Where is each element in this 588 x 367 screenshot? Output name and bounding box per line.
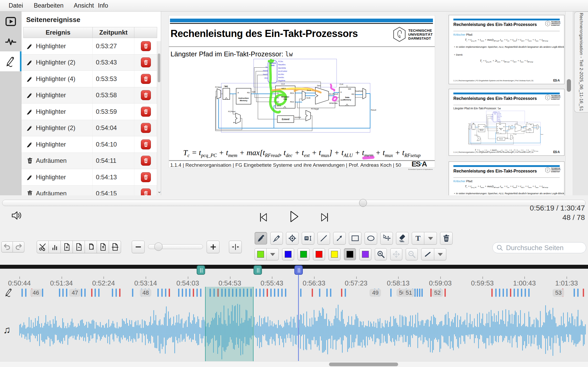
page-badge[interactable]: 48 [140, 289, 151, 297]
delete-event-button[interactable] [141, 156, 151, 166]
thumbnail-slide-52[interactable]: Rechenleistung des Ein-Takt-Prozessors T… [449, 161, 564, 195]
pointer-tool-button[interactable] [286, 232, 299, 245]
timeline-scrollbar-thumb[interactable] [329, 363, 398, 366]
event-row[interactable]: Highlighter (2)0:53:43 [21, 55, 157, 71]
color-swatch-button[interactable] [282, 248, 294, 260]
delete-event-button[interactable] [141, 41, 151, 51]
menu-bearbeiten[interactable]: Bearbeiten [34, 2, 64, 9]
slide[interactable]: Rechenleistung des Ein-Takt-Prozessors T… [169, 15, 435, 168]
menu-datei[interactable]: Datei [9, 2, 23, 9]
cut-button[interactable] [37, 241, 49, 253]
highlighter-tool-button[interactable] [270, 232, 283, 245]
event-row[interactable]: Highlighter0:53:58 [21, 87, 157, 104]
thumbnail-slide-50-current[interactable]: Rechenleistung des Ein-Takt-Prozessors T… [449, 89, 564, 156]
color-swatch-button[interactable] [313, 248, 325, 260]
seek-bar[interactable] [2, 200, 586, 206]
zoom-slider[interactable] [148, 244, 203, 249]
pen-tool-button[interactable] [255, 232, 267, 245]
text-tool-dropdown[interactable] [424, 232, 437, 245]
ellipse-tool-button[interactable] [365, 232, 377, 245]
zoom-out-button[interactable] [132, 241, 145, 253]
event-row[interactable]: Highlighter0:53:59 [21, 104, 157, 120]
scroll-down-icon[interactable]: ⌄ [157, 188, 161, 194]
undo-button[interactable] [1, 241, 13, 252]
delete-event-button[interactable] [141, 172, 151, 182]
events-scrollbar-thumb[interactable] [158, 53, 160, 82]
timeline-panel[interactable]: 0:50:440:51:340:52:240:53:140:54:030:54:… [0, 269, 588, 367]
delete-event-button[interactable] [141, 188, 151, 195]
delete-event-button[interactable] [141, 139, 151, 149]
volume-icon[interactable] [10, 209, 23, 222]
delete-event-button[interactable] [141, 107, 151, 117]
line-width-button[interactable] [421, 248, 434, 260]
remove-page-button[interactable] [73, 241, 85, 253]
canvas-zoom-out-button[interactable] [406, 248, 418, 260]
line-width-dropdown[interactable] [434, 248, 446, 260]
color-swatch-button[interactable] [344, 248, 356, 260]
page-badge[interactable]: 51 [403, 289, 415, 297]
seek-handle[interactable] [359, 199, 367, 207]
thumbnails-scrollbar[interactable] [565, 12, 573, 195]
search-input[interactable] [506, 244, 582, 252]
page-badge[interactable]: 53 [553, 289, 564, 297]
page-badge[interactable]: 47 [69, 289, 81, 297]
play-button[interactable] [289, 210, 300, 223]
select-move-tool-button[interactable] [380, 232, 393, 245]
zoom-slider-handle[interactable] [154, 242, 163, 251]
event-row[interactable]: Aufräumen0:54:11 [21, 153, 157, 169]
delete-event-button[interactable] [141, 57, 151, 67]
timeline-scrollbar[interactable] [0, 361, 588, 367]
audio-waveform[interactable] [0, 296, 588, 362]
custom-color-dropdown[interactable] [267, 248, 279, 260]
sidebar-tab-playback[interactable] [0, 12, 21, 31]
page-badge[interactable]: 52 [432, 289, 443, 297]
line-tool-button[interactable] [317, 232, 330, 245]
copy-pages-button[interactable] [85, 241, 97, 253]
slide-canvas-area[interactable]: Rechenleistung des Ein-Takt-Prozessors T… [161, 12, 446, 195]
document-tab[interactable]: Rechnerorganisation - Teil 2-2025_06_11-… [574, 12, 588, 112]
next-page-button[interactable] [320, 212, 330, 223]
thumbnail-slide-51[interactable]: Rechenleistung des Ein-Takt-Prozessors T… [449, 15, 564, 84]
timeline-selection[interactable] [205, 287, 254, 361]
page-badge[interactable]: 49 [370, 289, 381, 297]
previous-page-button[interactable] [258, 212, 268, 223]
fit-width-button[interactable] [229, 241, 242, 253]
redo-button[interactable] [13, 241, 24, 252]
eraser-tool-button[interactable] [396, 232, 409, 245]
color-swatch-button[interactable] [328, 248, 340, 260]
delete-event-button[interactable] [141, 123, 151, 133]
audio-levels-button[interactable] [49, 241, 61, 253]
event-row[interactable]: Highlighter0:53:27 [21, 38, 157, 55]
text-tool-button[interactable]: T [412, 232, 424, 245]
event-row[interactable]: Highlighter0:54:10 [21, 136, 157, 153]
canvas-zoom-in-button[interactable] [375, 248, 387, 260]
color-swatch-button[interactable] [359, 248, 371, 260]
menu-info[interactable]: Info [98, 2, 108, 9]
selection-start-pin[interactable] [197, 265, 205, 275]
sidebar-tab-audio[interactable] [0, 31, 21, 51]
delete-event-button[interactable] [141, 74, 151, 84]
selection-end-pin[interactable] [254, 265, 262, 275]
events-scrollbar[interactable]: ⌄ [157, 41, 161, 195]
search-box[interactable] [492, 242, 586, 253]
menu-ansicht[interactable]: Ansicht [74, 2, 94, 9]
event-row[interactable]: Aufräumen0:54:15 [21, 186, 157, 196]
color-swatch-button[interactable] [298, 248, 310, 260]
page-badge[interactable]: 46 [30, 289, 42, 297]
arrow-tool-button[interactable] [333, 232, 346, 245]
canvas-pan-button[interactable] [390, 248, 402, 260]
heading-text-tool-button[interactable]: H [302, 232, 314, 245]
event-row[interactable]: Highlighter0:54:13 [21, 169, 157, 186]
delete-annotations-button[interactable] [440, 232, 453, 245]
event-row[interactable]: Highlighter (4)0:53:53 [21, 71, 157, 87]
column-header-ereignis[interactable]: Ereignis [23, 27, 93, 38]
delete-event-button[interactable] [141, 90, 151, 100]
add-page-button[interactable] [61, 241, 73, 253]
event-row[interactable]: Highlighter (2)0:54:04 [21, 120, 157, 137]
playhead-pin[interactable] [294, 265, 303, 275]
column-header-zeitpunkt[interactable]: Zeitpunkt [93, 27, 134, 38]
sidebar-tab-annotations[interactable] [0, 51, 21, 71]
zoom-in-button[interactable] [207, 241, 219, 253]
split-page-button[interactable] [109, 241, 121, 253]
export-page-button[interactable] [97, 241, 109, 253]
